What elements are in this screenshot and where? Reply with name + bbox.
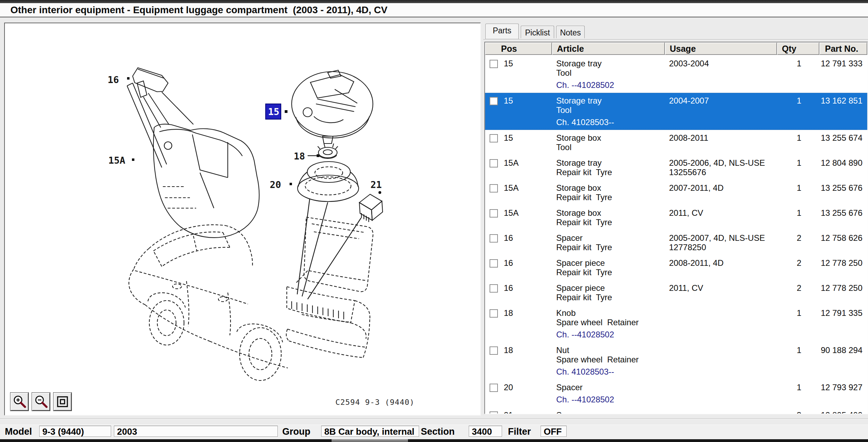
column-header-partno[interactable]: Part No. [819,42,867,55]
usage-line: 2005-2006, 4D, NLS-USE [669,158,777,167]
row-checkbox[interactable] [490,309,498,318]
cell-qty: 3 [777,410,819,414]
table-row[interactable]: 16Spacer pieceRepair kit Tyre2008-2011, … [485,255,867,280]
zoom-out-button[interactable] [32,393,50,411]
cell-part-no: 12 793 927 [819,383,867,404]
cell-pos: 15 [485,133,552,152]
row-checkbox[interactable] [490,234,498,243]
row-checkbox[interactable] [490,411,498,414]
pos-value: 20 [504,383,513,392]
row-checkbox[interactable] [490,284,498,293]
model-label: Model [5,426,32,437]
table-row[interactable]: 16Spacer pieceRepair kit Tyre2011, CV212… [485,280,867,305]
cell-usage [665,383,777,404]
row-checkbox[interactable] [490,184,498,193]
zoom-out-icon [33,394,49,409]
callout-15-highlighted[interactable]: 15 [266,104,287,119]
row-checkbox[interactable] [490,97,498,105]
table-row[interactable]: 20SpacerCh. --41028502112 793 927 [485,379,867,407]
article-line: Repair kit Tyre [556,167,665,177]
usage-line: 2005-2007, 4D, NLS-USE [669,233,777,243]
fit-view-button[interactable] [53,393,72,411]
cell-article: Storage trayToolCh. 41028503-- [552,96,665,127]
article-line: Storage box [556,183,665,193]
fit-view-icon [55,394,70,409]
cell-pos: 18 [485,308,552,339]
group-value-field: 8B Car body, internal [321,426,419,437]
cell-part-no: 12 778 250 [819,283,867,302]
table-row[interactable]: 16SpacerRepair kit Tyre2005-2007, 4D, NL… [485,230,867,255]
cell-qty: 1 [777,133,819,152]
tab-picklist[interactable]: Picklist [521,26,554,38]
row-checkbox[interactable] [490,60,498,68]
table-row[interactable]: 18KnobSpare wheel RetainerCh. --41028502… [485,305,867,342]
row-checkbox[interactable] [490,259,498,268]
zoom-in-button[interactable] [10,393,28,411]
article-line: Storage box [556,208,665,218]
cell-part-no: 90 188 294 [819,345,867,376]
cell-usage: 2008-2011, 4D [665,258,777,277]
usage-line: 13255676 [669,167,777,177]
table-row[interactable]: 18NutSpare wheel RetainerCh. 41028503--1… [485,342,867,379]
diagram-caption: C2594 9-3 (9440) [335,398,415,407]
table-row[interactable]: 15AStorage trayRepair kit Tyre2005-2006,… [485,155,867,180]
usage-line: 2008-2011, 4D [669,258,777,268]
table-row[interactable]: 15AStorage boxRepair kit Tyre2011, CV113… [485,205,867,230]
model-value-field: 9-3 (9440) [39,426,111,437]
table-row[interactable]: 15Storage trayToolCh. --410285022003-200… [485,56,867,93]
cell-pos: 20 [485,383,552,404]
article-line: Spare wheel Retainer [556,318,665,327]
callout-18[interactable]: 18 [294,151,319,162]
cell-qty: 1 [777,158,819,177]
row-checkbox[interactable] [490,134,498,142]
tab-notes-label: Notes [560,28,581,38]
pos-value: 15 [504,59,513,68]
row-checkbox[interactable] [490,159,498,167]
row-checkbox[interactable] [490,209,498,218]
article-line: Storage tray [556,96,665,105]
callout-15a[interactable]: 15A [108,155,134,166]
table-row[interactable]: 15Storage boxTool2008-2011113 255 674 [485,130,867,155]
article-line: Spare wheel Retainer [556,355,665,364]
cell-article: Storage trayToolCh. --41028502 [552,59,665,90]
table-row[interactable]: 15Storage trayToolCh. 41028503--2004-200… [485,93,867,130]
part-16-drawing [133,68,193,128]
article-line: Repair kit Tyre [556,243,665,252]
filter-value-field: OFF [541,426,567,437]
cell-article: SpacerCh. --41028502 [552,383,665,404]
window-bottom-edge [0,439,868,442]
callout-16[interactable]: 16 [108,74,130,85]
usage-line: 2011, CV [669,283,777,293]
pos-value: 15A [504,183,519,193]
cell-article: Storage boxTool [552,133,665,152]
cell-usage: 2004-2007 [665,96,777,127]
column-header-usage[interactable]: Usage [665,42,777,55]
column-header-qty[interactable]: Qty [777,42,819,55]
cell-article: KnobSpare wheel RetainerCh. --41028502 [552,308,665,339]
callout-20[interactable]: 20 [270,179,292,190]
cell-pos: 15 [485,59,552,90]
pos-value: 21 [504,410,513,414]
cell-usage: 2007-2011, 4D [665,183,777,202]
cell-usage: 2011, CV [665,208,777,227]
article-line: Nut [556,345,665,355]
cell-pos: 15A [485,183,552,202]
cell-part-no: 13 255 674 [819,133,867,152]
tab-parts[interactable]: Parts [485,24,519,39]
table-row[interactable]: 21SpacerCh. 41028503--312 805 400 [485,407,867,414]
tab-notes[interactable]: Notes [556,26,585,38]
row-checkbox[interactable] [490,384,498,392]
cell-pos: 16 [485,283,552,302]
part-18-drawing [318,144,338,158]
article-line: Spacer piece [556,258,665,268]
article-line: Repair kit Tyre [556,268,665,277]
cell-qty: 1 [777,59,819,90]
callout-21[interactable]: 21 [370,179,382,190]
column-header-article[interactable]: Article [552,42,665,55]
row-checkbox[interactable] [490,346,498,355]
statusbar-divider [0,418,868,419]
table-row[interactable]: 15AStorage boxRepair kit Tyre2007-2011, … [485,180,867,205]
diagram-panel: 16 15A 15 [4,23,481,416]
cell-part-no: 12 778 250 [819,258,867,277]
column-header-pos[interactable]: Pos [485,42,552,55]
